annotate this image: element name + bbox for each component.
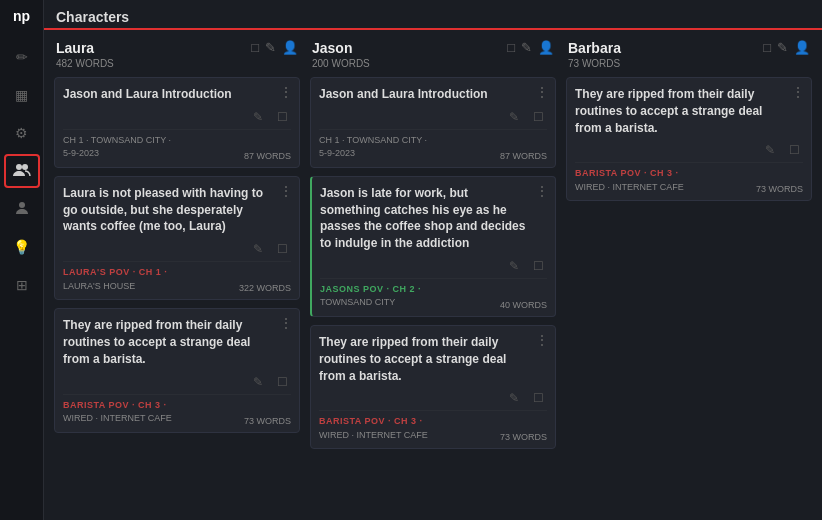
card-chapter-jason-card-2: TOWNSAND CITY	[320, 296, 421, 310]
card-date-jason-card-1: 5-9-2023	[319, 147, 427, 161]
card-chapter-jason-card-3: WIRED · INTERNET CAFE	[319, 429, 428, 443]
char-header-icon-1-laura[interactable]: ✎	[265, 40, 276, 55]
column-barbara: Barbara73 WORDS□✎👤⋮They are ripped from …	[566, 40, 812, 510]
story-card-jason-card-1[interactable]: ⋮Jason and Laura Introduction✎☐CH 1 · TO…	[310, 77, 556, 168]
card-icon-1-jason-card-3[interactable]: ☐	[529, 390, 547, 406]
card-meta-laura-card-2: LAURA'S POV · CH 1 ·LAURA'S HOUSE	[63, 266, 167, 293]
card-icon-0-laura-card-2[interactable]: ✎	[249, 241, 267, 257]
char-header-icon-0-jason[interactable]: □	[507, 40, 515, 55]
card-footer-jason-card-1: CH 1 · TOWNSAND CITY ·5-9-202387 WORDS	[319, 134, 547, 161]
char-header-icons-barbara: □✎👤	[763, 40, 810, 55]
card-meta-laura-card-3: BARISTA POV · CH 3 ·WIRED · INTERNET CAF…	[63, 399, 172, 426]
card-icon-1-jason-card-1[interactable]: ☐	[529, 109, 547, 125]
card-icon-1-laura-card-3[interactable]: ☐	[273, 374, 291, 390]
card-menu-jason-card-3[interactable]: ⋮	[535, 332, 549, 348]
char-header-icon-2-laura[interactable]: 👤	[282, 40, 298, 55]
card-pov-laura-card-2: LAURA'S POV · CH 1 ·	[63, 266, 167, 280]
sidebar-item-group[interactable]	[4, 192, 40, 226]
char-words-barbara: 73 WORDS	[568, 58, 621, 69]
story-card-jason-card-3[interactable]: ⋮They are ripped from their daily routin…	[310, 325, 556, 449]
card-icon-0-laura-card-1[interactable]: ✎	[249, 109, 267, 125]
card-icon-0-jason-card-3[interactable]: ✎	[505, 390, 523, 406]
pen-icon: ✏	[16, 49, 28, 65]
card-icon-1-laura-card-1[interactable]: ☐	[273, 109, 291, 125]
svg-point-1	[22, 164, 28, 170]
card-icon-0-laura-card-3[interactable]: ✎	[249, 374, 267, 390]
card-icon-1-barbara-card-1[interactable]: ☐	[785, 142, 803, 158]
char-name-block-barbara: Barbara73 WORDS	[568, 40, 621, 69]
char-name-laura: Laura	[56, 40, 114, 56]
card-menu-jason-card-1[interactable]: ⋮	[535, 84, 549, 100]
card-title-laura-card-1: Jason and Laura Introduction	[63, 86, 291, 103]
char-header-icons-laura: □✎👤	[251, 40, 298, 55]
card-chapter-barbara-card-1: WIRED · INTERNET CAFE	[575, 181, 684, 195]
story-card-laura-card-2[interactable]: ⋮Laura is not pleased with having to go …	[54, 176, 300, 300]
card-pov-jason-card-3: BARISTA POV · CH 3 ·	[319, 415, 428, 429]
char-header-icon-2-barbara[interactable]: 👤	[794, 40, 810, 55]
card-pov-jason-card-2: JASONS POV · CH 2 ·	[320, 283, 421, 297]
card-sep-laura-card-1	[63, 129, 291, 130]
card-title-laura-card-2: Laura is not pleased with having to go o…	[63, 185, 291, 235]
sidebar-item-pen[interactable]: ✏	[4, 40, 40, 74]
sidebar-item-grid[interactable]: ▦	[4, 78, 40, 112]
story-card-barbara-card-1[interactable]: ⋮They are ripped from their daily routin…	[566, 77, 812, 201]
card-sep-jason-card-3	[319, 410, 547, 411]
char-header-icon-1-barbara[interactable]: ✎	[777, 40, 788, 55]
card-chapter-laura-card-1: CH 1 · TOWNSAND CITY ·	[63, 134, 171, 148]
sidebar: np ✏ ▦ ⚙ 💡 ⊞	[0, 0, 44, 520]
card-chapter-jason-card-1: CH 1 · TOWNSAND CITY ·	[319, 134, 427, 148]
card-icons-laura-card-3: ✎☐	[63, 374, 291, 390]
char-header-icon-0-laura[interactable]: □	[251, 40, 259, 55]
story-card-jason-card-2[interactable]: ⋮Jason is late for work, but something c…	[310, 176, 556, 317]
sidebar-item-lightbulb[interactable]: 💡	[4, 230, 40, 264]
card-sep-jason-card-2	[320, 278, 547, 279]
char-header-icon-0-barbara[interactable]: □	[763, 40, 771, 55]
card-menu-jason-card-2[interactable]: ⋮	[535, 183, 549, 199]
card-sep-laura-card-2	[63, 261, 291, 262]
card-menu-barbara-card-1[interactable]: ⋮	[791, 84, 805, 100]
card-icons-jason-card-2: ✎☐	[320, 258, 547, 274]
card-menu-laura-card-2[interactable]: ⋮	[279, 183, 293, 199]
column-jason: Jason200 WORDS□✎👤⋮Jason and Laura Introd…	[310, 40, 556, 510]
story-card-laura-card-1[interactable]: ⋮Jason and Laura Introduction✎☐CH 1 · TO…	[54, 77, 300, 168]
card-title-jason-card-2: Jason is late for work, but something ca…	[320, 185, 547, 252]
content-area: Laura482 WORDS□✎👤⋮Jason and Laura Introd…	[44, 30, 822, 520]
char-header-icon-2-jason[interactable]: 👤	[538, 40, 554, 55]
card-icons-laura-card-2: ✎☐	[63, 241, 291, 257]
header: Characters	[44, 0, 822, 30]
card-meta-jason-card-3: BARISTA POV · CH 3 ·WIRED · INTERNET CAF…	[319, 415, 428, 442]
card-icon-0-jason-card-2[interactable]: ✎	[505, 258, 523, 274]
card-icon-1-jason-card-2[interactable]: ☐	[529, 258, 547, 274]
story-card-laura-card-3[interactable]: ⋮They are ripped from their daily routin…	[54, 308, 300, 432]
card-meta-laura-card-1: CH 1 · TOWNSAND CITY ·5-9-2023	[63, 134, 171, 161]
lightbulb-icon: 💡	[13, 239, 30, 255]
page-title: Characters	[56, 9, 129, 25]
grid-icon: ▦	[15, 87, 28, 103]
card-date-laura-card-1: 5-9-2023	[63, 147, 171, 161]
characters-icon	[13, 162, 31, 181]
card-icon-0-jason-card-1[interactable]: ✎	[505, 109, 523, 125]
card-sep-laura-card-3	[63, 394, 291, 395]
group-icon	[14, 200, 30, 219]
card-title-jason-card-1: Jason and Laura Introduction	[319, 86, 547, 103]
char-header-barbara: Barbara73 WORDS□✎👤	[566, 40, 812, 69]
card-icons-laura-card-1: ✎☐	[63, 109, 291, 125]
sidebar-item-filter[interactable]: ⚙	[4, 116, 40, 150]
card-wordcount-jason-card-3: 73 WORDS	[500, 432, 547, 442]
card-menu-laura-card-1[interactable]: ⋮	[279, 84, 293, 100]
main-area: Characters Laura482 WORDS□✎👤⋮Jason and L…	[44, 0, 822, 520]
sidebar-item-characters[interactable]	[4, 154, 40, 188]
card-menu-laura-card-3[interactable]: ⋮	[279, 315, 293, 331]
svg-point-0	[16, 164, 22, 170]
card-icon-0-barbara-card-1[interactable]: ✎	[761, 142, 779, 158]
card-pov-barbara-card-1: BARISTA POV · CH 3 ·	[575, 167, 684, 181]
card-footer-laura-card-2: LAURA'S POV · CH 1 ·LAURA'S HOUSE322 WOR…	[63, 266, 291, 293]
char-name-block-laura: Laura482 WORDS	[56, 40, 114, 69]
sidebar-item-layout[interactable]: ⊞	[4, 268, 40, 302]
card-wordcount-barbara-card-1: 73 WORDS	[756, 184, 803, 194]
card-meta-barbara-card-1: BARISTA POV · CH 3 ·WIRED · INTERNET CAF…	[575, 167, 684, 194]
card-chapter-laura-card-2: LAURA'S HOUSE	[63, 280, 167, 294]
card-icons-jason-card-3: ✎☐	[319, 390, 547, 406]
card-icon-1-laura-card-2[interactable]: ☐	[273, 241, 291, 257]
char-header-icon-1-jason[interactable]: ✎	[521, 40, 532, 55]
